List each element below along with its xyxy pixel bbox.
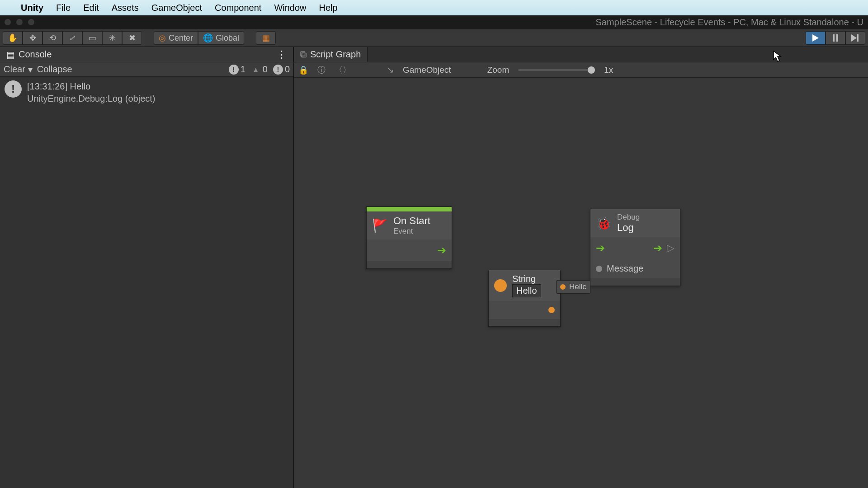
hand-tool-button[interactable]: ✋: [3, 31, 23, 45]
tab-script-graph-label: Script Graph: [310, 49, 361, 60]
zoom-value: 1x: [604, 65, 613, 75]
chip-dot-icon: [560, 284, 566, 290]
transform-tool-button[interactable]: ✳: [102, 31, 122, 45]
log-info-icon: !: [5, 80, 22, 98]
collapse-button[interactable]: Collapse: [37, 64, 72, 75]
pivot-center-button[interactable]: ◎ Center: [154, 31, 198, 45]
tab-console[interactable]: ▤ Console ⋮: [0, 47, 293, 62]
node-debug-log[interactable]: 🐞 Debug Log ➔ ➔ ▷ Message: [590, 209, 680, 286]
graph-target[interactable]: GameObject: [403, 65, 451, 75]
close-dot[interactable]: [5, 19, 11, 25]
node-string-type: String: [512, 274, 541, 284]
info-icon: !: [229, 65, 239, 75]
traffic-lights[interactable]: [5, 19, 34, 25]
string-value-field[interactable]: Hello: [512, 284, 541, 297]
node-debug-category: Debug: [617, 213, 640, 222]
custom-tool-button[interactable]: ✖: [122, 31, 142, 45]
pivot-center-label: Center: [169, 33, 193, 43]
svg-rect-2: [836, 34, 838, 42]
flag-icon: 🚩: [372, 218, 388, 233]
info2-icon[interactable]: ⓘ: [317, 65, 326, 75]
bug-icon: 🐞: [596, 216, 612, 231]
message-in-port[interactable]: [596, 266, 602, 272]
svg-marker-3: [851, 34, 857, 42]
svg-rect-1: [833, 34, 835, 42]
menu-edit[interactable]: Edit: [83, 3, 99, 13]
scale-tool-button[interactable]: ⤢: [62, 31, 82, 45]
play-button[interactable]: [806, 31, 826, 45]
graph-icon: ⧉: [300, 49, 307, 60]
string-type-icon: [494, 279, 507, 292]
menu-help[interactable]: Help: [319, 3, 338, 13]
warn-count-badge[interactable]: ▲0: [251, 64, 268, 75]
clear-button[interactable]: Clear ▾: [4, 64, 33, 75]
tab-console-label: Console: [19, 49, 52, 60]
info-count-badge[interactable]: !1: [229, 64, 245, 75]
log-line-2: UnityEngine.Debug:Log (object): [27, 93, 156, 105]
message-port-label: Message: [607, 263, 643, 274]
flow-out-port[interactable]: ➔: [437, 244, 446, 257]
error-icon: !: [273, 65, 283, 75]
chevron-down-icon: ▾: [28, 64, 33, 75]
grid-icon: ▦: [262, 33, 270, 43]
info-count: 1: [241, 64, 245, 75]
window-title: SampleScene - Lifecycle Events - PC, Mac…: [596, 17, 864, 28]
step-icon: [851, 34, 859, 42]
error-count: 0: [285, 64, 290, 75]
window-titlebar: SampleScene - Lifecycle Events - PC, Mac…: [0, 15, 868, 29]
node-on-start-subtitle: Event: [393, 227, 430, 236]
tab-script-graph[interactable]: ⧉ Script Graph: [294, 47, 368, 62]
menu-app[interactable]: Unity: [21, 3, 43, 13]
snap-button[interactable]: ▦: [256, 31, 276, 45]
graph-wires: [294, 78, 429, 145]
warn-icon: ▲: [251, 65, 261, 75]
flow-out-port-2[interactable]: ➔: [653, 242, 662, 254]
rotate-tool-button[interactable]: ⟲: [42, 31, 62, 45]
max-dot[interactable]: [28, 19, 34, 25]
zoom-slider-knob[interactable]: [588, 66, 595, 74]
play-icon: [812, 34, 819, 42]
macos-menubar: Unity File Edit Assets GameObject Compon…: [0, 0, 868, 15]
menu-gameobject[interactable]: GameObject: [151, 3, 202, 13]
pause-icon: [832, 34, 839, 42]
clear-label: Clear: [4, 64, 25, 75]
globe-icon: 🌐: [203, 33, 213, 43]
min-dot[interactable]: [16, 19, 23, 25]
tab-menu-button[interactable]: ⋮: [277, 49, 287, 61]
log-line-1: [13:31:26] Hello: [27, 80, 156, 93]
rect-tool-button[interactable]: ▭: [82, 31, 102, 45]
svg-rect-4: [857, 34, 859, 42]
unity-toolbar: ✋ ✥ ⟲ ⤢ ▭ ✳ ✖ ◎ Center 🌐 Global ▦: [0, 29, 868, 47]
node-debug-title: Log: [617, 222, 640, 234]
menu-window[interactable]: Window: [274, 3, 306, 13]
menu-component[interactable]: Component: [215, 3, 261, 13]
zoom-label: Zoom: [487, 65, 509, 75]
svg-marker-0: [812, 34, 819, 42]
flow-in-port[interactable]: ➔: [596, 242, 605, 254]
move-tool-button[interactable]: ✥: [23, 31, 42, 45]
node-accent-bar: [367, 207, 452, 211]
lock-icon[interactable]: 🔒: [298, 65, 308, 75]
node-on-start[interactable]: 🚩 On Start Event ➔: [366, 206, 452, 269]
handle-global-button[interactable]: 🌐 Global: [198, 31, 244, 45]
node-on-start-title: On Start: [393, 215, 430, 227]
console-panel: ▤ Console ⋮ Clear ▾ Collapse !1 ▲0 !0 ! …: [0, 47, 294, 488]
step-button[interactable]: [845, 31, 865, 45]
code-icon[interactable]: 〈〉: [335, 65, 351, 75]
pause-button[interactable]: [826, 31, 845, 45]
data-tooltip-chip: Hellc: [556, 280, 590, 294]
warn-count: 0: [263, 64, 268, 75]
error-count-badge[interactable]: !0: [273, 64, 290, 75]
flow-out-hollow-port[interactable]: ▷: [667, 242, 675, 254]
handle-global-label: Global: [216, 33, 239, 43]
string-out-port[interactable]: [548, 307, 555, 313]
graph-canvas[interactable]: 🚩 On Start Event ➔ 🐞 Debug Log: [294, 78, 868, 488]
node-string-literal[interactable]: String Hello: [488, 270, 561, 327]
script-graph-panel: ⧉ Script Graph 🔒 ⓘ 〈〉 ↘ GameObject Zoom …: [294, 47, 868, 488]
zoom-slider[interactable]: [518, 69, 595, 71]
menu-assets[interactable]: Assets: [112, 3, 139, 13]
console-log-entry[interactable]: ! [13:31:26] Hello UnityEngine.Debug:Log…: [0, 77, 293, 108]
console-icon: ▤: [6, 49, 15, 60]
chip-text: Hellc: [569, 282, 586, 291]
menu-file[interactable]: File: [56, 3, 71, 13]
